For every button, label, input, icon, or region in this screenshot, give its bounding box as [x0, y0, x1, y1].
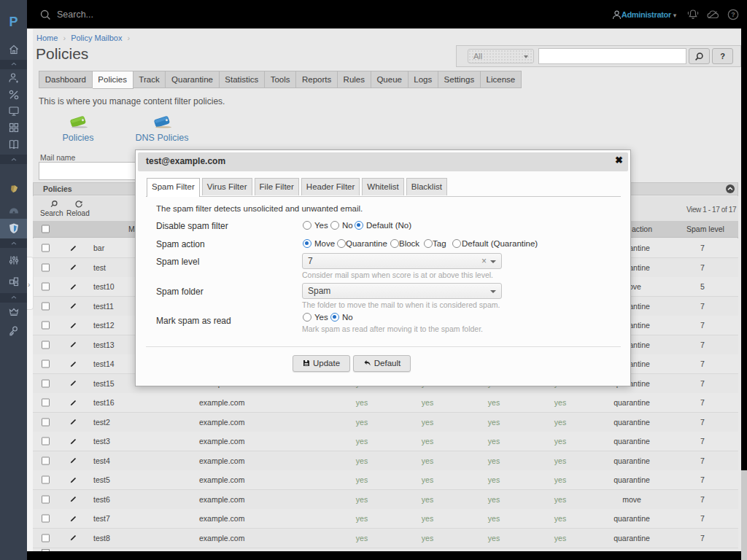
- svg-text:?: ?: [731, 11, 735, 18]
